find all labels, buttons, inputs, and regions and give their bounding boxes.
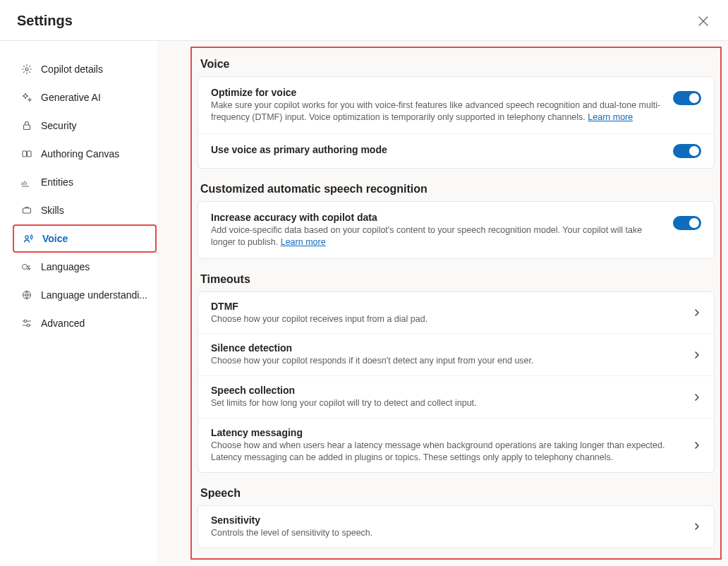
sidebar-item-language-understanding[interactable]: Language understandi... <box>13 281 157 309</box>
speech-collection-row[interactable]: Speech collection Set limits for how lon… <box>198 375 714 418</box>
chevron-right-icon <box>693 393 701 402</box>
svg-point-10 <box>27 324 30 327</box>
highlighted-region: Voice Optimize for voice Make sure your … <box>190 47 722 560</box>
chevron-right-icon <box>693 308 701 317</box>
lock-icon <box>21 120 32 131</box>
svg-point-6 <box>25 236 28 239</box>
latency-messaging-row[interactable]: Latency messaging Choose how and when us… <box>198 418 714 472</box>
chevron-right-icon <box>693 441 701 450</box>
close-button[interactable] <box>696 13 711 29</box>
optimize-for-voice-block: Optimize for voice Make sure your copilo… <box>198 77 714 133</box>
close-icon <box>698 16 708 26</box>
latency-title: Latency messaging <box>211 427 681 438</box>
sidebar-item-label: Copilot details <box>41 64 103 75</box>
voice-card: Optimize for voice Make sure your copilo… <box>198 76 715 169</box>
increase-accuracy-block: Increase accuracy with copilot data Add … <box>198 202 714 258</box>
svg-rect-2 <box>23 151 27 157</box>
speech-collection-desc: Set limits for how long your copilot wil… <box>211 397 681 409</box>
sidebar-item-label: Generative AI <box>41 92 101 103</box>
dtmf-desc: Choose how your copilot receives input f… <box>211 313 681 325</box>
sidebar-item-label: Entities <box>41 176 73 188</box>
increase-accuracy-toggle[interactable] <box>673 216 701 230</box>
sidebar-item-languages[interactable]: Languages <box>13 253 157 281</box>
increase-accuracy-desc: Add voice-specific data based on your co… <box>211 224 662 248</box>
primary-authoring-title: Use voice as primary authoring mode <box>211 144 662 155</box>
accuracy-learn-more-link[interactable]: Learn more <box>281 237 326 247</box>
svg-rect-1 <box>24 125 30 130</box>
sidebar-item-security[interactable]: Security <box>13 112 157 140</box>
accuracy-desc-text: Add voice-specific data based on your co… <box>211 225 642 247</box>
section-title-voice: Voice <box>200 58 715 71</box>
sidebar-item-authoring-canvas[interactable]: Authoring Canvas <box>13 140 157 168</box>
sidebar-item-label: Security <box>41 120 77 131</box>
sidebar-item-label: Skills <box>41 205 64 216</box>
languages-icon <box>21 261 32 272</box>
language-understanding-icon <box>21 289 32 301</box>
optimize-learn-more-link[interactable]: Learn more <box>588 112 633 122</box>
sensitivity-row[interactable]: Sensitivity Controls the level of sensit… <box>198 506 714 548</box>
speech-collection-title: Speech collection <box>211 385 681 396</box>
primary-authoring-block: Use voice as primary authoring mode <box>198 133 714 168</box>
chevron-right-icon <box>693 522 701 531</box>
sidebar-item-skills[interactable]: Skills <box>13 196 157 224</box>
svg-text:ab: ab <box>21 179 28 186</box>
sparkle-icon <box>21 92 32 103</box>
timeouts-card: DTMF Choose how your copilot receives in… <box>198 291 715 473</box>
settings-main: Voice Optimize for voice Make sure your … <box>157 41 728 565</box>
increase-accuracy-title: Increase accuracy with copilot data <box>211 212 662 223</box>
page-title: Settings <box>17 13 73 29</box>
sensitivity-title: Sensitivity <box>211 514 681 526</box>
sliders-icon <box>21 318 32 329</box>
chevron-right-icon <box>693 351 701 359</box>
sidebar-item-label: Languages <box>41 261 90 272</box>
sidebar-item-advanced[interactable]: Advanced <box>13 309 157 337</box>
settings-sidebar: Copilot details Generative AI Security A… <box>0 41 157 565</box>
sidebar-item-voice[interactable]: Voice <box>13 224 157 253</box>
dtmf-title: DTMF <box>211 301 681 312</box>
sidebar-item-copilot-details[interactable]: Copilot details <box>13 55 157 83</box>
sidebar-item-label: Voice <box>42 233 68 244</box>
silence-desc: Choose how your copilot responds if it d… <box>211 355 681 367</box>
canvas-icon <box>21 148 32 159</box>
svg-point-0 <box>25 68 28 71</box>
sidebar-item-label: Language understandi... <box>41 289 147 301</box>
voice-icon <box>23 233 34 244</box>
speech-card: Sensitivity Controls the level of sensit… <box>198 505 715 548</box>
skills-icon <box>21 205 32 216</box>
sidebar-item-entities[interactable]: ab Entities <box>13 168 157 196</box>
silence-title: Silence detection <box>211 342 681 354</box>
svg-rect-5 <box>23 208 31 213</box>
dtmf-row[interactable]: DTMF Choose how your copilot receives in… <box>198 292 714 334</box>
entities-icon: ab <box>21 176 32 188</box>
svg-point-9 <box>24 320 27 323</box>
latency-desc: Choose how and when users hear a latency… <box>211 440 681 464</box>
gear-icon <box>21 64 32 75</box>
svg-point-7 <box>23 265 28 270</box>
optimize-for-voice-toggle[interactable] <box>673 91 701 105</box>
silence-detection-row[interactable]: Silence detection Choose how your copilo… <box>198 333 714 375</box>
optimize-for-voice-title: Optimize for voice <box>211 87 662 98</box>
section-title-timeouts: Timeouts <box>200 273 715 286</box>
optimize-for-voice-desc: Make sure your copilot works for you wit… <box>211 100 662 124</box>
sidebar-item-label: Advanced <box>41 318 85 329</box>
asr-card: Increase accuracy with copilot data Add … <box>198 201 715 259</box>
section-title-speech: Speech <box>200 487 715 500</box>
primary-authoring-toggle[interactable] <box>673 144 701 158</box>
sidebar-item-label: Authoring Canvas <box>41 148 119 159</box>
sidebar-item-generative-ai[interactable]: Generative AI <box>13 83 157 112</box>
settings-header: Settings <box>0 0 728 41</box>
svg-rect-3 <box>28 151 32 157</box>
sensitivity-desc: Controls the level of sensitivity to spe… <box>211 527 681 539</box>
section-title-asr: Customized automatic speech recognition <box>200 183 715 195</box>
